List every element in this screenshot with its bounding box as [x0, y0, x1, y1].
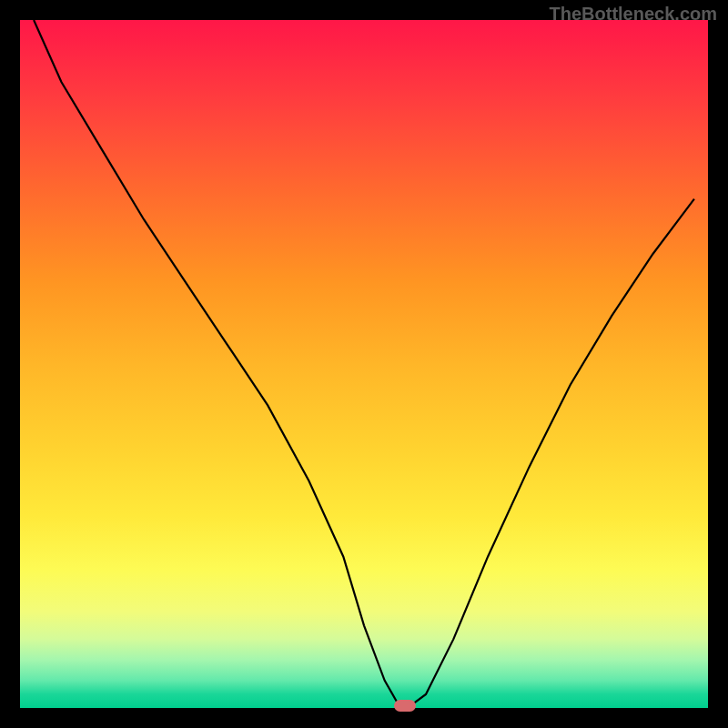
- optimal-marker: [394, 700, 416, 712]
- watermark-text: TheBottleneck.com: [550, 4, 717, 25]
- bottleneck-curve: [34, 20, 694, 704]
- plot-area: [20, 20, 708, 708]
- curve-svg: [20, 20, 708, 708]
